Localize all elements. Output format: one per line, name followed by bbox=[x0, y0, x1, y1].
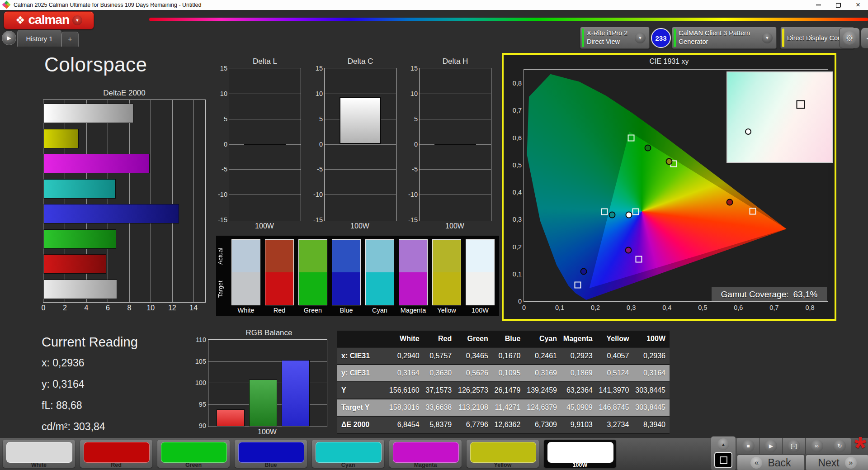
x-tick-label: 0,8 bbox=[805, 304, 814, 311]
target-row-label: Target bbox=[217, 273, 224, 305]
y-tick-label: 0 bbox=[307, 141, 323, 148]
y-tick-label: -15 bbox=[212, 216, 227, 223]
row-label: y: CIE31 bbox=[337, 365, 387, 382]
table-cell: 37,1573 bbox=[424, 382, 456, 399]
calman-menu-button[interactable]: ❖ calman ▼ bbox=[4, 11, 94, 29]
minimize-button[interactable] bbox=[808, 0, 828, 10]
pattern-label: White bbox=[3, 462, 75, 468]
table-header-row: WhiteRedGreenBlueCyanMagentaYellow100W bbox=[337, 331, 670, 347]
x-tick-label: 0,5 bbox=[698, 304, 707, 311]
tab-history-1[interactable]: History 1 bbox=[17, 30, 61, 47]
pattern-button-blue[interactable]: Blue bbox=[235, 440, 307, 468]
close-button[interactable]: × bbox=[848, 0, 868, 10]
title-bar: Calman 2025 Calman Ultimate for Business… bbox=[0, 0, 868, 10]
chart-title: Delta C bbox=[324, 57, 396, 66]
pattern-button-green[interactable]: Green bbox=[157, 440, 230, 468]
blue-measured-marker bbox=[580, 268, 587, 275]
y-tick-label: 0,4 bbox=[508, 189, 522, 196]
pattern-button-yellow[interactable]: Yellow bbox=[467, 440, 539, 468]
pattern-button-100w[interactable]: 100W bbox=[544, 440, 616, 468]
continuous-measure-button[interactable]: ∞ bbox=[806, 438, 829, 454]
gridline bbox=[325, 169, 396, 170]
row-label: Y bbox=[337, 382, 387, 399]
magenta-target-marker bbox=[635, 256, 642, 263]
x-axis-label: 100W bbox=[229, 222, 300, 230]
gridline bbox=[420, 195, 491, 195]
table-cell: 26,1479 bbox=[492, 382, 525, 399]
interval-measure-button[interactable]: [··] bbox=[783, 438, 806, 454]
y-tick-label: 0 bbox=[212, 141, 227, 148]
table-cell: 6,7796 bbox=[456, 416, 492, 433]
column-header: Yellow bbox=[597, 331, 633, 347]
loop-button[interactable]: ↻ bbox=[828, 438, 851, 454]
table-cell: 0,4057 bbox=[597, 347, 633, 365]
next-button[interactable]: Next » bbox=[806, 455, 868, 470]
white-point-zoom-inset bbox=[726, 71, 833, 163]
interval-measure-icon: [··] bbox=[788, 440, 800, 452]
pattern-button-cyan[interactable]: Cyan bbox=[312, 440, 384, 468]
x-tick-label: 12 bbox=[168, 304, 176, 312]
x-tick-label: 10 bbox=[146, 304, 155, 312]
target-swatch bbox=[366, 272, 394, 305]
table-cell: 45,0909 bbox=[561, 399, 597, 416]
pattern-button-magenta[interactable]: Magenta bbox=[389, 440, 462, 468]
column-header: White bbox=[387, 331, 424, 347]
meter-dropdown[interactable]: X-Rite i1Pro 2Direct View ▼ bbox=[580, 27, 650, 49]
back-label: Back bbox=[768, 457, 791, 469]
red-target-marker bbox=[749, 208, 756, 215]
collapse-panel-button[interactable]: ◀ bbox=[861, 28, 868, 48]
chart-title: RGB Balance bbox=[208, 328, 330, 337]
y-tick-label: -5 bbox=[307, 166, 323, 173]
swatch-label: Red bbox=[262, 307, 297, 314]
delta-h-chart: Delta H 151050-5-10-15 100W bbox=[419, 57, 491, 236]
table-cell: 6,7309 bbox=[524, 416, 561, 433]
table-cell: 139,2459 bbox=[524, 382, 561, 399]
restore-button[interactable] bbox=[828, 0, 848, 10]
play-button[interactable]: ▶ bbox=[760, 438, 783, 454]
table-row: y: CIE310,31640,36300,56260,10950,31690,… bbox=[337, 365, 670, 382]
y-tick-label: 0 bbox=[508, 298, 522, 305]
chevron-down-icon: ▼ bbox=[762, 33, 773, 43]
pattern-color-swatch bbox=[84, 442, 150, 463]
pattern-button-white[interactable]: White bbox=[3, 440, 75, 468]
pattern-label: Red bbox=[80, 462, 152, 468]
pattern-window-toggle-button[interactable] bbox=[714, 452, 732, 468]
column-header: Blue bbox=[492, 331, 525, 347]
rgb-balance-plot-area: 1101051009590 bbox=[208, 339, 327, 427]
pattern-button-red[interactable]: Red bbox=[80, 440, 152, 468]
gridline bbox=[129, 100, 130, 302]
table-cell: 0,2923 bbox=[561, 347, 597, 365]
bar-cyan bbox=[43, 179, 116, 199]
meter-count-badge[interactable]: 233 bbox=[651, 28, 671, 48]
delta-c-plot-area: 151050-5-10-15 bbox=[324, 68, 396, 221]
y-tick-label: 90 bbox=[191, 422, 206, 429]
tab-scroll-button[interactable]: ▶ bbox=[2, 31, 16, 45]
rainbow-divider bbox=[149, 18, 868, 21]
pattern-generator-dropdown[interactable]: CalMAN Client 3 Pattern Generator ▼ bbox=[672, 27, 777, 49]
swatch-column-green bbox=[298, 239, 327, 305]
y-tick-label: 95 bbox=[191, 401, 206, 408]
actual-swatch bbox=[299, 240, 327, 272]
table-cell: 0,2936 bbox=[633, 347, 670, 365]
tab-label: History 1 bbox=[26, 35, 52, 43]
table-cell: 12,6362 bbox=[492, 416, 525, 433]
window-icon bbox=[720, 456, 727, 464]
x-tick-label: 4 bbox=[84, 304, 88, 312]
pattern-color-swatch bbox=[316, 442, 382, 463]
back-button[interactable]: « Back bbox=[737, 455, 805, 470]
actual-swatch bbox=[399, 240, 427, 272]
window-title: Calman 2025 Calman Ultimate for Business… bbox=[14, 2, 201, 8]
y-tick-label: -10 bbox=[402, 191, 418, 198]
actual-swatch bbox=[332, 240, 360, 272]
y-tick-label: 0,1 bbox=[508, 271, 522, 278]
actual-swatch bbox=[433, 240, 461, 272]
deltae-2000-chart: DeltaE 2000 02468101214 bbox=[43, 89, 206, 316]
settings-button[interactable]: ⚙ bbox=[839, 28, 860, 48]
swatch-label: Magenta bbox=[396, 307, 430, 314]
reading-x: x: 0,2936 bbox=[42, 357, 138, 369]
arrow-up-icon: ▲ bbox=[721, 442, 726, 447]
add-tab-button[interactable]: + bbox=[61, 32, 79, 47]
pattern-color-swatch bbox=[547, 442, 613, 463]
stop-button[interactable]: ■ bbox=[737, 438, 760, 454]
pattern-window-up-button[interactable]: ▲ bbox=[717, 438, 729, 450]
